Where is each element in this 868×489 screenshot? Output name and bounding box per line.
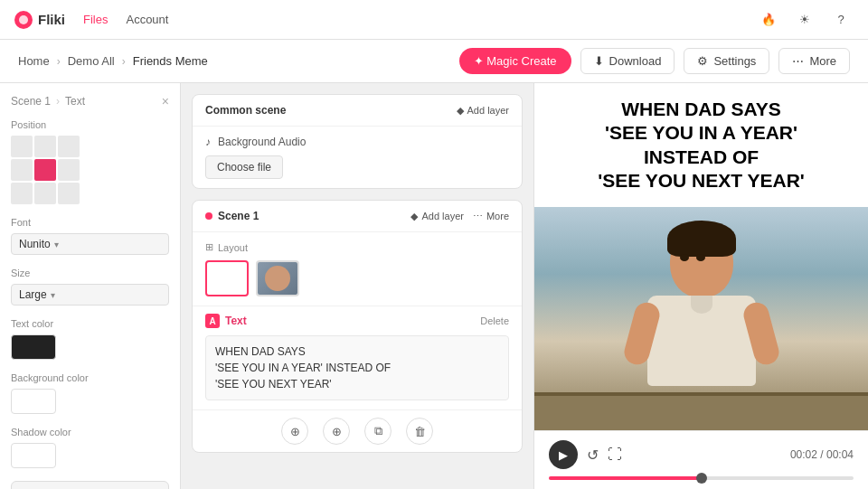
scene1-actions: ◆ Add layer ⋯ More [410,211,509,222]
scene1-more-button[interactable]: ⋯ More [473,211,509,222]
breadcrumb-sep-1: › [57,55,61,68]
shadow-color-swatch[interactable] [11,443,56,468]
close-icon[interactable]: × [162,94,169,108]
music-note-icon: ♪ [205,136,211,148]
bg-color-section: Background color [11,372,169,414]
play-icon: ▶ [559,448,568,462]
delete-layer-button[interactable]: Delete [480,315,509,326]
meme-text-area: WHEN DAD SAYS 'SEE YOU IN A YEAR' INSTEA… [534,83,868,207]
add-voice-button[interactable]: ⊕ [323,418,350,445]
size-chevron-icon: ▾ [51,290,55,300]
video-controls: ▶ ↺ ⛶ 00:02 / 00:04 [534,430,868,489]
breadcrumb-sep-2: › [122,55,126,68]
pos-bot-center[interactable] [34,183,56,204]
shadow-color-label: Shadow color [11,427,169,437]
scene1-title: Scene 1 [218,210,259,222]
breadcrumb-bar: Home › Demo All › Friends Meme ✦ Magic C… [0,40,868,83]
sun-icon[interactable]: ☀ [792,7,817,33]
download-button[interactable]: ⬇ Download [580,48,675,74]
fire-icon[interactable]: 🔥 [756,7,781,33]
app-name: Fliki [38,12,65,27]
panel-title: Scene 1 › Text [11,95,85,108]
pos-mid-right[interactable] [58,159,80,181]
duplicate-button[interactable]: ⧉ [364,418,392,445]
nav-files[interactable]: Files [83,13,108,26]
font-select[interactable]: Nunito ▾ [11,233,169,255]
size-select[interactable]: Large ▾ [11,284,169,306]
shadow-color-section: Shadow color [11,427,169,468]
right-panel: WHEN DAD SAYS 'SEE YOU IN A YEAR' INSTEA… [533,83,868,489]
layout-grid-icon: ⊞ [205,241,213,253]
diamond-icon: ◆ [457,105,464,117]
replay-button[interactable]: ↺ [587,447,599,464]
app-logo[interactable]: Fliki [14,11,65,29]
breadcrumb-demo-all[interactable]: Demo All [68,54,115,68]
scene1-add-layer-button[interactable]: ◆ Add layer [410,211,463,222]
duplicate-icon: ⧉ [374,424,382,438]
layout-thumb-image[interactable] [256,260,299,296]
common-scene-title: Common scene [205,104,286,117]
pos-top-right[interactable] [58,136,80,157]
help-icon[interactable]: ? [828,7,854,33]
pos-mid-center[interactable] [34,159,56,181]
svg-point-0 [19,15,28,24]
scene-label: Scene 1 [11,95,51,108]
common-scene-card: Common scene ◆ Add layer ♪ Background Au… [192,94,523,189]
position-grid [11,136,169,204]
add-layer-icon: ◆ [410,211,418,222]
bg-color-label: Background color [11,372,169,383]
nav-links: Files Account [83,13,168,26]
bg-audio-label-row: ♪ Background Audio [205,136,509,148]
settings-icon: ⚙ [697,54,708,68]
text-color-label: Text color [11,318,169,329]
delete-button[interactable]: 🗑 [406,418,433,445]
controls-row: ▶ ↺ ⛶ 00:02 / 00:04 [549,440,854,469]
logo-icon [14,11,33,29]
progress-fill [549,476,702,480]
text-type-icon: A [205,314,220,328]
common-scene-header: Common scene ◆ Add layer [193,95,522,127]
more-dots-icon: ⋯ [792,54,804,68]
add-circle-icon: ⊕ [290,425,300,438]
fullscreen-icon: ⛶ [608,447,622,463]
breadcrumb-home[interactable]: Home [18,54,50,68]
apply-to-layers-button[interactable]: ◨ Apply to similar layers [11,481,169,489]
panel-sep: › [56,95,60,108]
size-section: Size Large ▾ [11,268,169,306]
size-value: Large [19,288,47,301]
choose-file-button[interactable]: Choose file [205,155,283,179]
text-color-section: Text color [11,318,169,360]
common-scene-actions: ◆ Add layer [457,105,509,117]
fullscreen-button[interactable]: ⛶ [608,447,622,463]
play-button[interactable]: ▶ [549,440,578,469]
text-color-swatch[interactable] [11,334,56,360]
pos-mid-left[interactable] [11,159,33,181]
joey-image-area [534,207,868,430]
meme-text: WHEN DAD SAYS 'SEE YOU IN A YEAR' INSTEA… [552,98,850,193]
font-section: Font Nunito ▾ [11,217,169,255]
common-add-layer-button[interactable]: ◆ Add layer [457,105,509,117]
breadcrumb-current: Friends Meme [133,54,208,68]
nav-account[interactable]: Account [126,13,168,26]
progress-bar[interactable] [549,476,854,480]
preview-area: WHEN DAD SAYS 'SEE YOU IN A YEAR' INSTEA… [534,83,868,430]
add-scene-button[interactable]: ⊕ [281,418,308,445]
scene1-title-group: Scene 1 [205,210,259,222]
pos-bot-left[interactable] [11,183,33,204]
bg-color-swatch[interactable] [11,389,56,414]
font-label: Font [11,217,169,228]
pos-top-left[interactable] [11,136,33,157]
text-content-box[interactable]: WHEN DAD SAYS 'SEE YOU IN A YEAR' INSTEA… [205,335,509,400]
joey-figure [620,216,783,397]
settings-button[interactable]: ⚙ Settings [684,48,769,74]
text-layer: A Text Delete WHEN DAD SAYS 'SEE YOU IN … [193,306,522,400]
text-layer-header: A Text Delete [193,306,522,335]
scene1-more-icon: ⋯ [473,211,483,222]
pos-bot-right[interactable] [58,183,80,204]
layout-thumb-blank[interactable] [205,260,249,296]
font-value: Nunito [19,238,51,250]
more-button[interactable]: ⋯ More [778,48,850,74]
pos-top-center[interactable] [34,136,56,157]
magic-create-button[interactable]: ✦ Magic Create [459,48,571,74]
breadcrumb-actions: ✦ Magic Create ⬇ Download ⚙ Settings ⋯ M… [459,48,850,74]
